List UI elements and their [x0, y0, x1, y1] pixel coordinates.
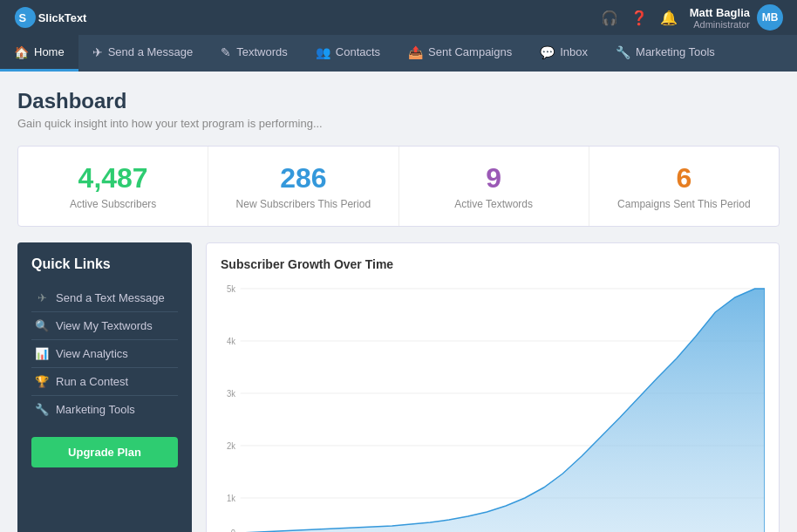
svg-text:2k: 2k: [227, 441, 235, 451]
contest-icon: 🏆: [35, 375, 49, 388]
nav-textwords[interactable]: ✎ Textwords: [207, 35, 302, 72]
stat-label-campaigns: Campaigns Sent This Period: [607, 198, 761, 210]
nav-home-label: Home: [34, 45, 65, 58]
quick-link-textwords-label: View My Textwords: [56, 319, 153, 332]
main-row: Quick Links ✈ Send a Text Message 🔍 View…: [17, 242, 780, 532]
topbar: S SlickText 🎧 ❓ 🔔 Matt Baglia Administra…: [0, 0, 797, 35]
stat-campaigns: 6 Campaigns Sent This Period: [589, 147, 779, 226]
inbox-icon: 💬: [540, 45, 555, 59]
nav-send-message[interactable]: ✈ Send a Message: [78, 35, 208, 72]
quick-link-send-label: Send a Text Message: [56, 291, 165, 304]
topbar-right: 🎧 ❓ 🔔 Matt Baglia Administrator MB: [601, 4, 783, 31]
stat-value-subscribers: 4,487: [36, 162, 190, 194]
home-icon: 🏠: [14, 45, 29, 59]
nav-campaigns-label: Sent Campaigns: [428, 45, 512, 58]
nav-inbox[interactable]: 💬 Inbox: [526, 35, 602, 72]
quick-link-analytics-label: View Analytics: [56, 347, 128, 360]
stat-new-subscribers: 286 New Subscribers This Period: [208, 147, 398, 226]
analytics-icon: 📊: [35, 347, 49, 360]
avatar: MB: [757, 4, 783, 31]
nav-contacts[interactable]: 👥 Contacts: [302, 35, 394, 72]
nav-marketing-tools[interactable]: 🔧 Marketing Tools: [602, 35, 729, 72]
nav-home[interactable]: 🏠 Home: [0, 35, 78, 72]
marketing-icon: 🔧: [35, 403, 49, 416]
quick-links-title: Quick Links: [31, 256, 178, 272]
textwords-icon: ✎: [221, 45, 231, 59]
nav-contacts-label: Contacts: [336, 45, 380, 58]
svg-text:0: 0: [231, 529, 236, 532]
user-menu[interactable]: Matt Baglia Administrator MB: [690, 4, 783, 31]
nav-tools-label: Marketing Tools: [636, 45, 715, 58]
quick-link-analytics[interactable]: 📊 View Analytics: [31, 340, 178, 368]
quick-links-panel: Quick Links ✈ Send a Text Message 🔍 View…: [17, 242, 192, 532]
nav-sent-campaigns[interactable]: 📤 Sent Campaigns: [394, 35, 526, 72]
nav-send-label: Send a Message: [108, 45, 194, 58]
view-textwords-icon: 🔍: [35, 319, 49, 332]
send-icon: ✈: [92, 45, 103, 59]
nav-textwords-label: Textwords: [236, 45, 288, 58]
stat-label-subscribers: Active Subscribers: [36, 198, 190, 210]
quick-link-contest[interactable]: 🏆 Run a Contest: [31, 368, 178, 396]
user-info: Matt Baglia Administrator: [690, 6, 750, 30]
page-subtitle: Gain quick insight into how your text pr…: [17, 117, 780, 130]
quick-link-contest-label: Run a Contest: [56, 375, 128, 388]
logo[interactable]: S SlickText: [14, 5, 119, 30]
bell-icon[interactable]: 🔔: [660, 10, 678, 26]
stat-active-subscribers: 4,487 Active Subscribers: [18, 147, 208, 226]
svg-text:SlickText: SlickText: [38, 11, 87, 24]
campaigns-icon: 📤: [408, 45, 423, 59]
svg-text:1k: 1k: [227, 494, 235, 503]
stats-row: 4,487 Active Subscribers 286 New Subscri…: [17, 146, 780, 227]
send-text-icon: ✈: [35, 291, 49, 304]
page-content: Dashboard Gain quick insight into how yo…: [0, 72, 797, 532]
stat-value-textwords: 9: [417, 162, 571, 194]
upgrade-plan-button[interactable]: Upgrade Plan: [31, 437, 178, 467]
quick-link-send-text[interactable]: ✈ Send a Text Message: [31, 284, 178, 312]
headset-icon[interactable]: 🎧: [601, 10, 618, 26]
stat-label-new: New Subscribers This Period: [226, 198, 380, 210]
help-icon[interactable]: ❓: [630, 10, 648, 26]
svg-text:3k: 3k: [227, 389, 235, 399]
navbar: 🏠 Home ✈ Send a Message ✎ Textwords 👥 Co…: [0, 35, 797, 72]
page-title: Dashboard: [17, 89, 780, 113]
stat-value-campaigns: 6: [607, 162, 761, 194]
chart-title: Subscriber Growth Over Time: [221, 257, 765, 271]
svg-text:5k: 5k: [227, 284, 235, 294]
stat-textwords: 9 Active Textwords: [399, 147, 589, 226]
svg-text:4k: 4k: [227, 337, 235, 346]
chart-container: Subscriber Growth Over Time 5k 4k 3k 2k …: [206, 242, 780, 532]
svg-text:S: S: [19, 11, 27, 24]
chart-svg: 5k 4k 3k 2k 1k 0: [221, 282, 765, 532]
tools-icon: 🔧: [616, 45, 630, 59]
chart-area: 5k 4k 3k 2k 1k 0: [221, 282, 765, 532]
quick-link-marketing-label: Marketing Tools: [56, 403, 135, 416]
user-name: Matt Baglia: [690, 6, 750, 19]
contacts-icon: 👥: [316, 45, 330, 59]
quick-link-textwords[interactable]: 🔍 View My Textwords: [31, 312, 178, 340]
stat-value-new: 286: [226, 162, 380, 194]
stat-label-textwords: Active Textwords: [417, 198, 571, 210]
user-role: Administrator: [690, 19, 750, 30]
nav-inbox-label: Inbox: [560, 45, 588, 58]
quick-link-marketing[interactable]: 🔧 Marketing Tools: [31, 396, 178, 423]
